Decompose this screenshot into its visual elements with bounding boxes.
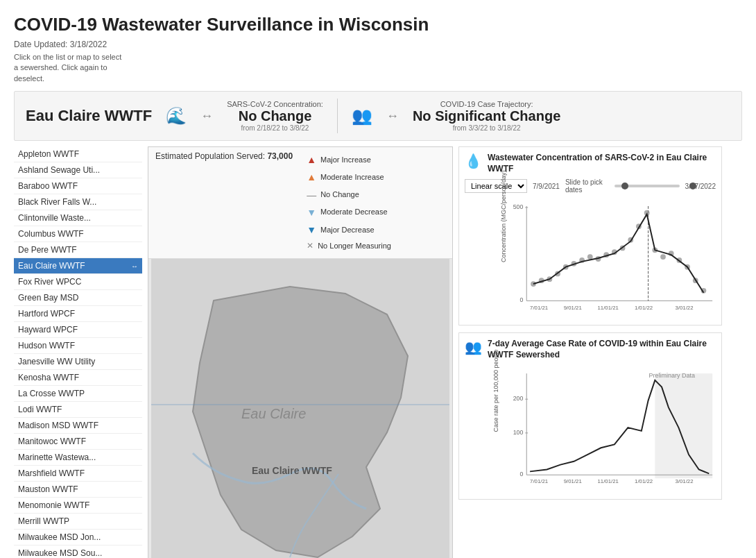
people-icon: 👥 (352, 106, 372, 126)
sidebar-item[interactable]: Marshfield WWTF (14, 466, 142, 482)
svg-text:0: 0 (519, 297, 523, 304)
svg-text:3/01/22: 3/01/22 (676, 305, 694, 311)
sidebar-item[interactable]: Janesville WW Utility (14, 354, 142, 370)
sidebar-item-label: Columbus WWTF (18, 229, 84, 239)
chart1-title: Wastewater Concentration of SARS-CoV-2 i… (488, 153, 716, 174)
sidebar-item-label: Fox River WPCC (18, 277, 81, 287)
svg-point-32 (660, 255, 666, 260)
info-bar: Eau Claire WWTF 🌊 ↔ SARS-CoV-2 Concentra… (14, 91, 742, 141)
sidebar-item[interactable]: Hartford WPCF (14, 306, 142, 322)
sars-date: from 2/18/22 to 3/8/22 (241, 124, 309, 132)
chart1-scale-select[interactable]: Linear scale (465, 179, 527, 193)
chart2-title: 7-day Average Case Rate of COVID-19 with… (488, 339, 716, 360)
sars-label: SARS-CoV-2 Concentration: (227, 100, 323, 108)
sidebar-item[interactable]: Lodi WWTF (14, 402, 142, 418)
sidebar-item[interactable]: De Pere WWTF (14, 242, 142, 258)
arrow-right-case-icon: ↔ (386, 109, 399, 124)
svg-text:0: 0 (519, 471, 523, 477)
sidebar-item-label: Mauston WWTF (18, 484, 78, 494)
svg-text:Eau Claire WWTF: Eau Claire WWTF (252, 465, 332, 476)
sidebar-item[interactable]: Hudson WWTF (14, 338, 142, 354)
chart1-icon: 💧 (465, 153, 482, 169)
sidebar-item[interactable]: Eau Claire WWTF↔ (14, 258, 142, 274)
sidebar-item-label: Madison MSD WWTF (18, 421, 98, 430)
sidebar-item-label: Milwaukee MSD Sou... (18, 548, 102, 558)
sidebar-item-label: Marinette Wastewa... (18, 453, 96, 462)
sidebar-item[interactable]: Madison MSD WWTF (14, 418, 142, 434)
sidebar-item[interactable]: Milwaukee MSD Sou... (14, 546, 142, 558)
sidebar-item-label: Ashland Sewage Uti... (18, 165, 100, 175)
sidebar-item-label: Lodi WWTF (18, 405, 62, 414)
sars-section: SARS-CoV-2 Concentration: No Change from… (227, 100, 323, 132)
sidebar: Appleton WWTFAshland Sewage Uti...Barabo… (14, 146, 142, 558)
page-title: COVID-19 Wastewater Surveillance in Wisc… (14, 14, 742, 35)
sidebar-item-label: Eau Claire WWTF (18, 261, 85, 271)
sidebar-item[interactable]: Columbus WWTF (14, 226, 142, 242)
date-slider[interactable] (615, 185, 679, 187)
sidebar-item[interactable]: La Crosse WWTP (14, 386, 142, 402)
sidebar-item-label: Black River Falls W... (18, 197, 96, 207)
station-name: Eau Claire WWTF (26, 107, 152, 125)
sidebar-item[interactable]: Black River Falls W... (14, 194, 142, 210)
svg-text:7/01/21: 7/01/21 (530, 305, 548, 311)
chart2-y-axis-label: Case rate per 100,000 people (492, 349, 499, 432)
sidebar-item-label: Kenosha WWTF (18, 373, 79, 382)
svg-text:Eau Claire: Eau Claire (241, 406, 306, 421)
sidebar-item[interactable]: Kenosha WWTF (14, 370, 142, 386)
svg-text:500: 500 (513, 203, 524, 210)
sidebar-item-label: Hudson WWTF (18, 341, 75, 350)
sidebar-item-label: Hayward WPCF (18, 325, 78, 335)
sidebar-item[interactable]: Mauston WWTF (14, 482, 142, 498)
click-instruction: Click on the list or map to select a sew… (14, 52, 125, 84)
case-value: No Significant Change (413, 108, 560, 124)
svg-text:9/01/21: 9/01/21 (564, 477, 582, 484)
sidebar-item[interactable]: Appleton WWTF (14, 146, 142, 162)
sidebar-item-label: Green Bay MSD (18, 293, 78, 303)
slider-label: Slide to pick dates (565, 178, 609, 194)
svg-point-23 (587, 255, 593, 260)
sidebar-item-label: Appleton WWTF (18, 149, 79, 159)
chart2-box: 👥 7-day Average Case Rate of COVID-19 wi… (458, 332, 722, 499)
sars-value: No Change (239, 108, 312, 124)
sidebar-active-arrow-icon: ↔ (131, 262, 138, 270)
sidebar-item[interactable]: Hayward WPCF (14, 322, 142, 338)
sidebar-item-label: De Pere WWTF (18, 245, 77, 255)
svg-text:1/01/22: 1/01/22 (635, 305, 653, 311)
svg-text:7/01/21: 7/01/21 (530, 477, 548, 484)
case-section: COVID-19 Case Trajectory: No Significant… (413, 100, 560, 132)
sidebar-item-label: La Crosse WWTP (18, 389, 85, 398)
sidebar-item-label: Hartford WPCF (18, 309, 75, 319)
sidebar-item-label: Marshfield WWTF (18, 468, 85, 478)
sidebar-item[interactable]: Ashland Sewage Uti... (14, 162, 142, 178)
sidebar-item[interactable]: Menomonie WWTF (14, 498, 142, 514)
sidebar-item-label: Janesville WW Utility (18, 357, 95, 366)
sidebar-item-label: Merrill WWTP (18, 516, 69, 526)
svg-text:1/01/22: 1/01/22 (635, 477, 653, 484)
svg-text:200: 200 (513, 395, 524, 402)
sidebar-item[interactable]: Manitowoc WWTF (14, 434, 142, 450)
svg-text:9/01/21: 9/01/21 (564, 305, 582, 311)
svg-rect-38 (655, 373, 712, 478)
pop-served-label: Estimated Population Served: 73,000 (155, 151, 293, 161)
case-date: from 3/3/22 to 3/18/22 (453, 124, 521, 132)
arrow-right-icon: ↔ (200, 109, 213, 124)
sidebar-item[interactable]: Marinette Wastewa... (14, 450, 142, 466)
sidebar-item[interactable]: Fox River WPCC (14, 274, 142, 290)
svg-text:11/01/21: 11/01/21 (598, 305, 619, 311)
sidebar-item[interactable]: Milwaukee MSD Jon... (14, 530, 142, 546)
sidebar-item[interactable]: Clintonville Waste... (14, 210, 142, 226)
sidebar-item-label: Baraboo WWTF (18, 181, 78, 191)
sidebar-item[interactable]: Merrill WWTP (14, 514, 142, 530)
svg-text:11/01/21: 11/01/21 (598, 477, 619, 484)
sidebar-item[interactable]: Baraboo WWTF (14, 178, 142, 194)
case-label: COVID-19 Case Trajectory: (440, 100, 533, 108)
legend: ▲ Major Increase ▲ Moderate Increase — N… (307, 151, 391, 254)
divider-vertical (337, 99, 338, 133)
svg-text:3/01/22: 3/01/22 (676, 477, 694, 484)
sidebar-item[interactable]: Green Bay MSD (14, 290, 142, 306)
map-container[interactable]: Estimated Population Served: 73,000 ▲ Ma… (148, 146, 453, 558)
sidebar-item-label: Menomonie WWTF (18, 500, 89, 510)
water-waves-icon: 🌊 (166, 106, 187, 126)
chart2-icon: 👥 (465, 339, 482, 355)
sidebar-item-label: Manitowoc WWTF (18, 437, 86, 446)
